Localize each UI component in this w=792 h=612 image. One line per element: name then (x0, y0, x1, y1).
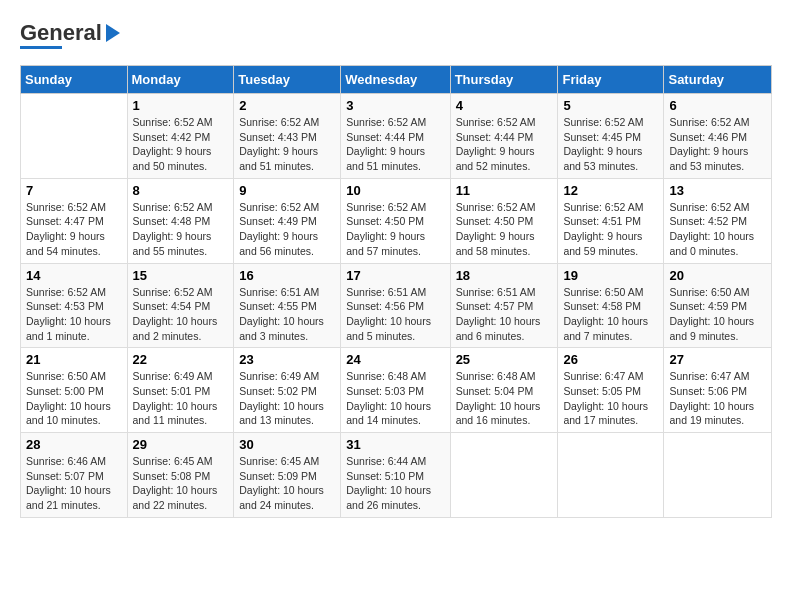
sunrise-text: Sunrise: 6:52 AM (133, 286, 213, 298)
calendar-cell: 28 Sunrise: 6:46 AM Sunset: 5:07 PM Dayl… (21, 433, 128, 518)
day-info: Sunrise: 6:52 AM Sunset: 4:42 PM Dayligh… (133, 115, 229, 174)
day-number: 2 (239, 98, 335, 113)
day-number: 25 (456, 352, 553, 367)
sunrise-text: Sunrise: 6:52 AM (239, 116, 319, 128)
day-number: 8 (133, 183, 229, 198)
sunset-text: Sunset: 4:47 PM (26, 215, 104, 227)
sunset-text: Sunset: 4:49 PM (239, 215, 317, 227)
day-info: Sunrise: 6:52 AM Sunset: 4:44 PM Dayligh… (456, 115, 553, 174)
sunset-text: Sunset: 5:06 PM (669, 385, 747, 397)
week-row-5: 28 Sunrise: 6:46 AM Sunset: 5:07 PM Dayl… (21, 433, 772, 518)
calendar-cell: 17 Sunrise: 6:51 AM Sunset: 4:56 PM Dayl… (341, 263, 450, 348)
sunset-text: Sunset: 4:56 PM (346, 300, 424, 312)
daylight-text: Daylight: 10 hours and 16 minutes. (456, 400, 541, 427)
sunset-text: Sunset: 5:01 PM (133, 385, 211, 397)
sunrise-text: Sunrise: 6:52 AM (669, 201, 749, 213)
day-info: Sunrise: 6:52 AM Sunset: 4:50 PM Dayligh… (456, 200, 553, 259)
day-info: Sunrise: 6:45 AM Sunset: 5:08 PM Dayligh… (133, 454, 229, 513)
sunrise-text: Sunrise: 6:52 AM (26, 286, 106, 298)
daylight-text: Daylight: 9 hours and 51 minutes. (346, 145, 425, 172)
day-info: Sunrise: 6:52 AM Sunset: 4:48 PM Dayligh… (133, 200, 229, 259)
week-row-1: 1 Sunrise: 6:52 AM Sunset: 4:42 PM Dayli… (21, 94, 772, 179)
sunrise-text: Sunrise: 6:52 AM (563, 116, 643, 128)
day-number: 20 (669, 268, 766, 283)
day-number: 4 (456, 98, 553, 113)
day-info: Sunrise: 6:52 AM Sunset: 4:54 PM Dayligh… (133, 285, 229, 344)
daylight-text: Daylight: 10 hours and 24 minutes. (239, 484, 324, 511)
calendar-cell: 25 Sunrise: 6:48 AM Sunset: 5:04 PM Dayl… (450, 348, 558, 433)
calendar-cell: 12 Sunrise: 6:52 AM Sunset: 4:51 PM Dayl… (558, 178, 664, 263)
daylight-text: Daylight: 10 hours and 14 minutes. (346, 400, 431, 427)
daylight-text: Daylight: 9 hours and 57 minutes. (346, 230, 425, 257)
sunset-text: Sunset: 5:00 PM (26, 385, 104, 397)
sunrise-text: Sunrise: 6:49 AM (133, 370, 213, 382)
daylight-text: Daylight: 10 hours and 22 minutes. (133, 484, 218, 511)
day-info: Sunrise: 6:47 AM Sunset: 5:05 PM Dayligh… (563, 369, 658, 428)
sunrise-text: Sunrise: 6:47 AM (563, 370, 643, 382)
day-info: Sunrise: 6:46 AM Sunset: 5:07 PM Dayligh… (26, 454, 122, 513)
header-saturday: Saturday (664, 66, 772, 94)
logo: General (20, 20, 120, 49)
daylight-text: Daylight: 10 hours and 21 minutes. (26, 484, 111, 511)
calendar-cell: 11 Sunrise: 6:52 AM Sunset: 4:50 PM Dayl… (450, 178, 558, 263)
calendar-cell: 14 Sunrise: 6:52 AM Sunset: 4:53 PM Dayl… (21, 263, 128, 348)
sunset-text: Sunset: 4:50 PM (456, 215, 534, 227)
daylight-text: Daylight: 10 hours and 1 minute. (26, 315, 111, 342)
daylight-text: Daylight: 10 hours and 0 minutes. (669, 230, 754, 257)
sunset-text: Sunset: 5:03 PM (346, 385, 424, 397)
day-number: 12 (563, 183, 658, 198)
calendar-cell: 7 Sunrise: 6:52 AM Sunset: 4:47 PM Dayli… (21, 178, 128, 263)
page-header: General (20, 20, 772, 49)
calendar-cell: 4 Sunrise: 6:52 AM Sunset: 4:44 PM Dayli… (450, 94, 558, 179)
day-info: Sunrise: 6:52 AM Sunset: 4:50 PM Dayligh… (346, 200, 444, 259)
daylight-text: Daylight: 9 hours and 58 minutes. (456, 230, 535, 257)
sunset-text: Sunset: 4:44 PM (456, 131, 534, 143)
logo-general: General (20, 20, 102, 46)
sunrise-text: Sunrise: 6:48 AM (456, 370, 536, 382)
sunrise-text: Sunrise: 6:52 AM (456, 116, 536, 128)
day-info: Sunrise: 6:52 AM Sunset: 4:44 PM Dayligh… (346, 115, 444, 174)
day-info: Sunrise: 6:50 AM Sunset: 4:59 PM Dayligh… (669, 285, 766, 344)
calendar-cell: 30 Sunrise: 6:45 AM Sunset: 5:09 PM Dayl… (234, 433, 341, 518)
calendar-cell: 15 Sunrise: 6:52 AM Sunset: 4:54 PM Dayl… (127, 263, 234, 348)
calendar-cell: 22 Sunrise: 6:49 AM Sunset: 5:01 PM Dayl… (127, 348, 234, 433)
calendar-cell: 29 Sunrise: 6:45 AM Sunset: 5:08 PM Dayl… (127, 433, 234, 518)
sunrise-text: Sunrise: 6:52 AM (239, 201, 319, 213)
sunset-text: Sunset: 4:54 PM (133, 300, 211, 312)
day-number: 5 (563, 98, 658, 113)
day-number: 24 (346, 352, 444, 367)
calendar-cell: 19 Sunrise: 6:50 AM Sunset: 4:58 PM Dayl… (558, 263, 664, 348)
sunset-text: Sunset: 5:07 PM (26, 470, 104, 482)
logo-arrow-icon (106, 24, 120, 42)
sunset-text: Sunset: 4:48 PM (133, 215, 211, 227)
sunset-text: Sunset: 5:04 PM (456, 385, 534, 397)
sunrise-text: Sunrise: 6:52 AM (26, 201, 106, 213)
day-number: 15 (133, 268, 229, 283)
calendar-cell: 9 Sunrise: 6:52 AM Sunset: 4:49 PM Dayli… (234, 178, 341, 263)
sunrise-text: Sunrise: 6:47 AM (669, 370, 749, 382)
header-tuesday: Tuesday (234, 66, 341, 94)
day-number: 6 (669, 98, 766, 113)
sunset-text: Sunset: 4:58 PM (563, 300, 641, 312)
day-info: Sunrise: 6:51 AM Sunset: 4:55 PM Dayligh… (239, 285, 335, 344)
sunrise-text: Sunrise: 6:51 AM (456, 286, 536, 298)
sunset-text: Sunset: 4:43 PM (239, 131, 317, 143)
sunset-text: Sunset: 4:50 PM (346, 215, 424, 227)
sunrise-text: Sunrise: 6:50 AM (26, 370, 106, 382)
day-info: Sunrise: 6:48 AM Sunset: 5:04 PM Dayligh… (456, 369, 553, 428)
day-number: 17 (346, 268, 444, 283)
day-number: 9 (239, 183, 335, 198)
daylight-text: Daylight: 10 hours and 17 minutes. (563, 400, 648, 427)
daylight-text: Daylight: 10 hours and 13 minutes. (239, 400, 324, 427)
sunrise-text: Sunrise: 6:46 AM (26, 455, 106, 467)
header-sunday: Sunday (21, 66, 128, 94)
day-info: Sunrise: 6:52 AM Sunset: 4:47 PM Dayligh… (26, 200, 122, 259)
calendar-cell: 10 Sunrise: 6:52 AM Sunset: 4:50 PM Dayl… (341, 178, 450, 263)
day-info: Sunrise: 6:52 AM Sunset: 4:45 PM Dayligh… (563, 115, 658, 174)
calendar-cell (664, 433, 772, 518)
sunrise-text: Sunrise: 6:45 AM (133, 455, 213, 467)
calendar-cell: 21 Sunrise: 6:50 AM Sunset: 5:00 PM Dayl… (21, 348, 128, 433)
sunset-text: Sunset: 5:08 PM (133, 470, 211, 482)
sunrise-text: Sunrise: 6:45 AM (239, 455, 319, 467)
daylight-text: Daylight: 9 hours and 59 minutes. (563, 230, 642, 257)
